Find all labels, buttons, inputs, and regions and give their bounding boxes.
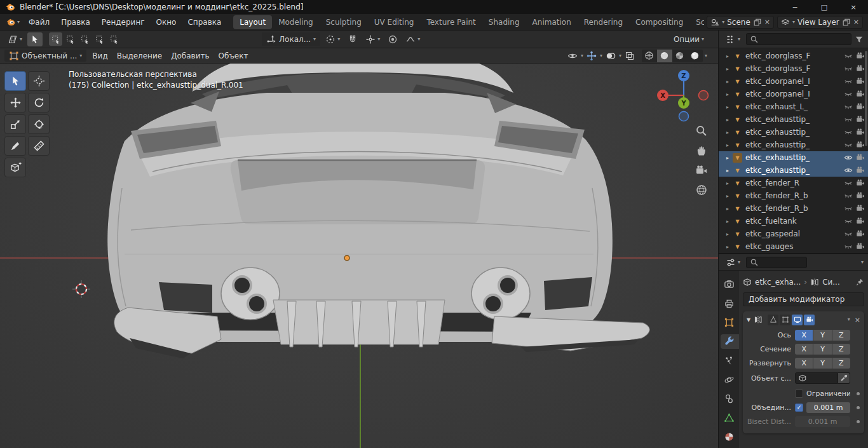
camera-render-visibility-icon[interactable]: [855, 229, 865, 239]
object-name[interactable]: etkc_doorpanel_I: [743, 77, 841, 86]
object-name[interactable]: etkc_doorglass_F: [743, 51, 841, 60]
physics-properties-tab[interactable]: [719, 372, 739, 387]
menu-Окно[interactable]: Окно: [151, 16, 182, 29]
maximize-button[interactable]: □: [810, 0, 839, 14]
object-name[interactable]: etkc_exhausttip_: [743, 153, 841, 162]
eye-closed-icon[interactable]: [843, 241, 853, 252]
pivot-point-selector[interactable]: ▾: [323, 32, 342, 46]
active-tool-button[interactable]: [27, 32, 43, 46]
xray-toggle[interactable]: [623, 50, 636, 62]
object-name[interactable]: etkc_gauges: [743, 242, 841, 251]
select-mode-button-4[interactable]: [93, 32, 106, 46]
decorator-dot[interactable]: [857, 392, 860, 395]
eye-closed-icon[interactable]: [843, 140, 853, 150]
merge-threshold-field[interactable]: 0.001 m: [806, 402, 850, 413]
bisect-distance-field[interactable]: 0.001 m: [795, 416, 850, 427]
camera-render-visibility-icon[interactable]: [855, 241, 865, 252]
options-dropdown[interactable]: Опции ▾: [671, 32, 707, 46]
decorator-dot[interactable]: [857, 420, 860, 423]
snap-toggle[interactable]: [345, 32, 360, 46]
menu-Правка[interactable]: Правка: [55, 16, 96, 29]
object-name[interactable]: etkc_fender_R: [743, 179, 841, 187]
new-scene-icon[interactable]: [753, 18, 762, 27]
select-box-tool-button[interactable]: [4, 71, 26, 91]
gizmos-dropdown[interactable]: [585, 50, 598, 62]
object-name[interactable]: etkc_fender_R_b: [743, 204, 841, 213]
overlays-dropdown[interactable]: [604, 50, 617, 62]
viewport-menu-Вид[interactable]: Вид: [88, 50, 112, 62]
workspace-tab-rendering[interactable]: Rendering: [578, 15, 629, 29]
object-name[interactable]: etkc_exhausttip_: [743, 128, 841, 137]
eye-closed-icon[interactable]: [843, 64, 853, 74]
falloff-selector[interactable]: ▾: [403, 32, 423, 46]
mirror-axis-y-button[interactable]: Y: [813, 330, 831, 341]
workspace-tab-animation[interactable]: Animation: [526, 15, 578, 29]
outliner-item[interactable]: ▸▼etkc_gauges: [719, 240, 868, 253]
shading-rendered-button[interactable]: [688, 50, 703, 62]
object-name[interactable]: etkc_exhausttip_: [743, 140, 841, 149]
view-layer-selector[interactable]: ▾ View Layer ×: [777, 16, 863, 29]
expand-icon[interactable]: ▸: [724, 117, 731, 123]
expand-icon[interactable]: ▸: [724, 79, 731, 85]
camera-render-visibility-icon[interactable]: [855, 89, 865, 99]
eye-closed-icon[interactable]: [843, 216, 853, 226]
select-mode-button-2[interactable]: [64, 32, 77, 46]
object-name[interactable]: etkc_gaspedal: [743, 229, 841, 238]
expand-icon[interactable]: ▸: [724, 155, 731, 161]
decorator-dot[interactable]: [857, 406, 860, 409]
add-cube-tool-button[interactable]: [4, 158, 26, 177]
workspace-tab-layout[interactable]: Layout: [233, 15, 272, 29]
modifiers-properties-tab[interactable]: [721, 334, 739, 349]
mirror-flip-y-button[interactable]: Y: [813, 358, 831, 369]
outliner-scrollbar[interactable]: [865, 51, 867, 146]
transform-orientation-selector[interactable]: Локал... ▾: [262, 32, 320, 46]
unlink-scene-icon[interactable]: ×: [764, 18, 770, 25]
object-name[interactable]: etkc_doorpanel_I: [743, 90, 841, 98]
clipping-checkbox[interactable]: [795, 390, 803, 398]
constraints-properties-tab[interactable]: [719, 391, 739, 406]
eye-closed-icon[interactable]: [843, 114, 853, 125]
camera-render-visibility-icon[interactable]: [855, 153, 865, 163]
properties-editor-selector[interactable]: ▾: [723, 255, 743, 269]
eye-closed-icon[interactable]: [843, 76, 853, 86]
shading-solid-button[interactable]: [657, 50, 672, 62]
snap-target-selector[interactable]: ▾: [363, 32, 383, 46]
outliner-item[interactable]: ▸▼etkc_exhausttip_: [719, 113, 868, 126]
camera-render-visibility-icon[interactable]: [855, 114, 865, 125]
proportional-edit-toggle[interactable]: [385, 32, 400, 46]
expand-icon[interactable]: ▸: [724, 142, 731, 148]
workspace-tab-texture-paint[interactable]: Texture Paint: [420, 15, 482, 29]
outliner-item[interactable]: ▸▼etkc_doorpanel_I: [719, 75, 868, 88]
camera-render-visibility-icon[interactable]: [855, 102, 865, 112]
scale-tool-button[interactable]: [4, 114, 26, 134]
expand-icon[interactable]: ▸: [724, 104, 731, 110]
editor-type-selector[interactable]: ▾: [5, 32, 25, 46]
outliner-search-input[interactable]: [746, 33, 851, 45]
rotate-tool-button[interactable]: [28, 93, 50, 112]
outliner-item[interactable]: ▸▼etkc_exhausttip_: [719, 164, 868, 177]
outliner-item[interactable]: ▸▼etkc_doorglass_F: [719, 50, 868, 62]
output-properties-tab[interactable]: [719, 296, 739, 311]
workspace-tab-uv-editing[interactable]: UV Editing: [368, 15, 421, 29]
cursor-tool-button[interactable]: [28, 71, 50, 91]
select-mode-button-1[interactable]: [49, 32, 62, 46]
edit-mode-toggle[interactable]: [780, 315, 790, 325]
expand-icon[interactable]: ▸: [724, 130, 731, 135]
camera-render-visibility-icon[interactable]: [855, 165, 865, 175]
realtime-display-toggle[interactable]: [792, 315, 803, 325]
object-name[interactable]: etkc_fueltank: [743, 217, 841, 226]
remove-modifier-icon[interactable]: ×: [855, 316, 860, 323]
eye-closed-icon[interactable]: [843, 191, 853, 201]
camera-render-visibility-icon[interactable]: [855, 51, 865, 61]
pin-icon[interactable]: [855, 278, 864, 287]
add-modifier-button[interactable]: Добавить модификатор: [743, 292, 864, 306]
eye-closed-icon[interactable]: [843, 229, 853, 239]
expand-icon[interactable]: ▸: [724, 231, 731, 237]
mirror-object-field[interactable]: [795, 372, 850, 384]
expand-icon[interactable]: ▸: [724, 206, 731, 212]
data-properties-tab[interactable]: [719, 411, 739, 425]
measure-tool-button[interactable]: [28, 136, 50, 156]
expand-icon[interactable]: ▸: [724, 92, 731, 97]
object-name[interactable]: etkc_fender_R_b: [743, 191, 841, 200]
modifier-panel-header[interactable]: ▼: [743, 311, 864, 328]
